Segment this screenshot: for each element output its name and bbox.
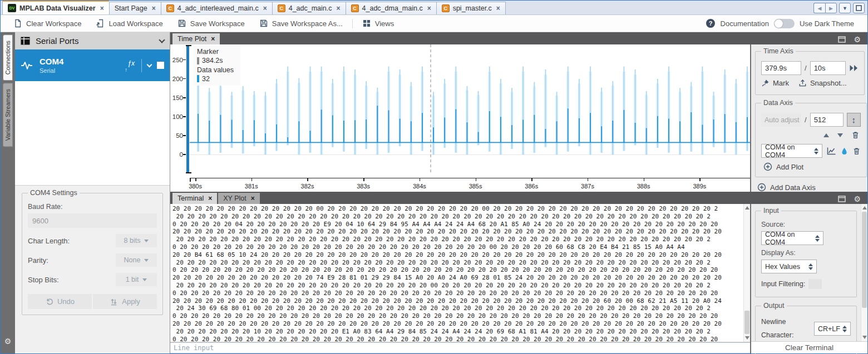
scroll-down-icon[interactable] (745, 336, 749, 340)
close-tab-icon[interactable]: × (263, 4, 267, 12)
data-axis-group: Data Axis / ↕ (755, 99, 867, 177)
tab-time-plot[interactable]: Time Plot× (172, 33, 220, 44)
settings-scrollbar[interactable] (861, 204, 867, 341)
close-tab-icon[interactable]: × (337, 4, 341, 12)
views-button[interactable]: Views (355, 15, 401, 32)
scroll-tabs-right-button[interactable]: ▶ (825, 3, 837, 13)
scrollbar-thumb[interactable] (862, 212, 867, 308)
serial-ports-title: Serial Ports (36, 36, 154, 46)
plus-circle-icon (763, 162, 772, 171)
baud-rate-field[interactable] (28, 213, 157, 228)
undo-button[interactable]: Undo (28, 294, 92, 309)
terminal-line: 0 20 20 20 20 20 20 20 20 20 20 20 20 20… (172, 243, 743, 251)
scroll-up-icon[interactable] (862, 206, 867, 210)
document-tab-4-adc-main-c[interactable]: C4_adc_main.c× (272, 2, 346, 14)
legend-data-title: Data values (197, 66, 234, 74)
plot-style-icon[interactable] (827, 147, 836, 155)
y-tick-mark (183, 116, 186, 117)
load-workspace-button[interactable]: Load Workspace (88, 15, 170, 32)
time-axis-start-field[interactable] (761, 61, 801, 75)
source-select[interactable]: COM4 on COM4 (761, 231, 823, 245)
scroll-down-icon[interactable] (862, 336, 867, 339)
panel-window-icon[interactable] (838, 36, 846, 43)
autoscale-toggle-button[interactable]: ↕ (847, 113, 861, 127)
newline-select[interactable]: CR+LF (814, 322, 851, 336)
newline-label-line2: Character: (761, 329, 793, 342)
plot-settings-gear-icon[interactable]: ⚙ (854, 36, 861, 43)
panel-window-icon[interactable] (838, 196, 846, 202)
maximize-document-button[interactable] (853, 3, 865, 13)
data-axis-legend: Data Axis (761, 99, 795, 107)
data-axis-max-field[interactable] (810, 113, 844, 127)
data-axis-min-field[interactable] (761, 113, 801, 127)
document-tab-start-page[interactable]: Start Page× (109, 2, 161, 14)
time-axis-span-field[interactable] (810, 61, 846, 75)
variable-streamer-fx-button[interactable]: ƒx↑ (124, 59, 136, 72)
document-tab-spi-master-c[interactable]: Cspi_master.c× (436, 2, 506, 14)
settings-gear-icon[interactable]: ⚙ (4, 337, 12, 346)
color-droplet-icon[interactable] (841, 147, 848, 156)
clear-terminal-button[interactable]: Clear Terminal (751, 341, 867, 353)
terminal-line: 20 20 20 20 20 20 20 20 20 20 20 20 20 2… (172, 228, 743, 236)
rail-tab-variable-streamers[interactable]: Variable Streamers (3, 83, 13, 147)
clear-workspace-button[interactable]: Clear Workspace (6, 15, 88, 32)
x-tick-mark (420, 178, 421, 181)
undo-icon (45, 297, 53, 306)
terminal-scrollbar[interactable] (743, 204, 750, 342)
rail-tab-connections[interactable]: Connections (3, 34, 13, 81)
close-tab-icon[interactable]: × (152, 4, 156, 12)
delete-plot-trash-icon[interactable] (852, 147, 861, 156)
plot-source-select[interactable]: COM4 on COM4 (761, 144, 822, 158)
apply-button[interactable]: Apply (93, 294, 157, 309)
terminal-output[interactable]: 20 20 20 20 20 20 20 20 20 20 20 20 20 0… (170, 204, 743, 342)
display-as-select[interactable]: Hex Values (761, 260, 817, 273)
stop-bits-select[interactable]: 1 bit (116, 273, 157, 286)
com-port-options-chevron[interactable] (147, 62, 152, 67)
parity-select[interactable]: None (116, 253, 157, 267)
close-time-plot-icon[interactable]: × (211, 35, 215, 43)
document-tab-4-adc-interleaved-main-c[interactable]: C4_adc_interleaved_main.c× (161, 2, 272, 14)
dark-theme-toggle[interactable] (774, 19, 795, 28)
collapse-serial-ports-icon[interactable] (159, 37, 165, 43)
tab-terminal[interactable]: Terminal× (172, 193, 217, 204)
close-tab-icon[interactable]: × (100, 4, 104, 12)
close-tab-icon[interactable]: × (496, 4, 500, 12)
tab-list-dropdown-button[interactable]: ▼ (839, 3, 851, 13)
documentation-link[interactable]: Documentation (721, 19, 769, 28)
char-length-select[interactable]: 8 bits (116, 234, 157, 247)
input-filtering-box[interactable] (808, 279, 822, 289)
close-tab-icon[interactable]: × (427, 4, 431, 12)
y-tick-label: 200 (172, 76, 183, 82)
delete-axis-trash-icon[interactable] (851, 131, 860, 139)
stop-streaming-button[interactable] (157, 62, 164, 69)
terminal-settings-gear-icon[interactable]: ⚙ (854, 195, 861, 203)
mplab-dv-icon: DV (8, 4, 16, 12)
terminal-line: 20 20 20 20 20 20 20 20 20 20 20 20 20 2… (172, 320, 743, 328)
time-plot-chart[interactable]: 050100150200250 Marker 384.2s (170, 44, 750, 192)
com-port-item[interactable]: COM4 Serial ƒx↑ (15, 49, 170, 81)
document-tab-4-adc-dma-main-c[interactable]: C4_adc_dma_main.c× (346, 2, 436, 14)
snapshot-button[interactable]: Snapshot... (798, 79, 847, 87)
close-xy-plot-icon[interactable]: × (251, 195, 255, 202)
save-workspace-as--button[interactable]: Save Workspace As... (252, 15, 350, 32)
scroll-up-icon[interactable] (745, 206, 749, 210)
terminal-line: 20 20 20 20 20 20 20 20 20 20 20 20 20 2… (172, 297, 743, 305)
serial-ports-header[interactable]: Serial Ports (15, 32, 170, 49)
move-axis-up-icon[interactable] (823, 133, 829, 137)
scrollbar-thumb[interactable] (744, 311, 749, 334)
save-workspace-button[interactable]: Save Workspace (170, 15, 252, 32)
data-axis-indicator[interactable] (186, 44, 190, 174)
document-tab-mplab-data-visualizer[interactable]: DVMPLAB Data Visualizer× (2, 1, 109, 14)
add-plot-button[interactable]: Add Plot (763, 162, 861, 171)
line-input-field[interactable] (170, 342, 750, 353)
tab-xy-plot[interactable]: XY Plot× (218, 193, 259, 204)
scroll-tabs-left-button[interactable]: ◀ (813, 3, 825, 13)
fast-forward-live-icon[interactable] (849, 64, 859, 72)
x-tick-label: 384s (413, 183, 426, 190)
move-axis-down-icon[interactable] (837, 133, 843, 137)
close-terminal-icon[interactable]: × (208, 195, 212, 202)
mark-button[interactable]: Mark (761, 79, 789, 87)
fx-up-arrow-icon: ↑ (125, 67, 127, 73)
marker-color-swatch (197, 57, 199, 64)
add-data-axis-button[interactable]: Add Data Axis (757, 183, 864, 192)
